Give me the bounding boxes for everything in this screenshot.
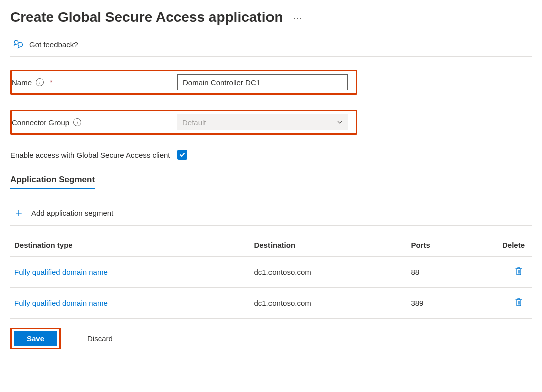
connector-select[interactable]: Default bbox=[177, 114, 348, 130]
more-icon[interactable]: ··· bbox=[293, 13, 302, 24]
feedback-label: Got feedback? bbox=[29, 40, 78, 49]
plus-icon: ＋ bbox=[13, 207, 24, 218]
col-ports: Ports bbox=[406, 235, 480, 257]
name-label: Name bbox=[12, 78, 32, 87]
connector-row: Connector Group i Default bbox=[10, 110, 357, 135]
required-indicator: * bbox=[50, 78, 52, 86]
ports-cell: 88 bbox=[406, 257, 480, 288]
connector-label: Connector Group bbox=[12, 118, 69, 127]
enable-access-checkbox[interactable] bbox=[177, 150, 187, 160]
col-destination: Destination bbox=[250, 235, 406, 257]
table-row: Fully qualified domain name dc1.contoso.… bbox=[10, 257, 532, 288]
name-row: Name i * bbox=[10, 70, 357, 95]
feedback-icon bbox=[13, 39, 24, 49]
page-title: Create Global Secure Access application bbox=[10, 9, 283, 25]
tab-application-segment[interactable]: Application Segment bbox=[10, 175, 95, 189]
enable-access-row: Enable access with Global Secure Access … bbox=[10, 150, 532, 160]
name-input[interactable] bbox=[177, 74, 348, 90]
connector-value: Default bbox=[182, 118, 206, 127]
feedback-link[interactable]: Got feedback? bbox=[10, 35, 532, 57]
segments-table: Destination type Destination Ports Delet… bbox=[10, 235, 532, 319]
col-destination-type: Destination type bbox=[10, 235, 250, 257]
table-row: Fully qualified domain name dc1.contoso.… bbox=[10, 288, 532, 319]
info-icon[interactable]: i bbox=[36, 78, 44, 86]
enable-access-label: Enable access with Global Secure Access … bbox=[10, 151, 170, 159]
ports-cell: 389 bbox=[406, 288, 480, 319]
destination-cell: dc1.contoso.com bbox=[250, 288, 406, 319]
save-button[interactable]: Save bbox=[14, 331, 57, 346]
add-segment-label: Add application segment bbox=[31, 209, 113, 217]
info-icon[interactable]: i bbox=[73, 118, 81, 126]
delete-icon[interactable] bbox=[515, 298, 523, 308]
chevron-down-icon bbox=[337, 118, 343, 127]
footer: Save Discard bbox=[10, 328, 532, 349]
destination-type-link[interactable]: Fully qualified domain name bbox=[14, 268, 108, 276]
save-highlight: Save bbox=[10, 328, 61, 349]
discard-button[interactable]: Discard bbox=[76, 331, 124, 346]
delete-icon[interactable] bbox=[515, 267, 523, 277]
page-header: Create Global Secure Access application … bbox=[10, 9, 532, 25]
destination-type-link[interactable]: Fully qualified domain name bbox=[14, 299, 108, 307]
tab-row: Application Segment bbox=[10, 175, 532, 189]
add-segment-button[interactable]: ＋ Add application segment bbox=[10, 200, 532, 226]
destination-cell: dc1.contoso.com bbox=[250, 257, 406, 288]
col-delete: Delete bbox=[480, 235, 532, 257]
